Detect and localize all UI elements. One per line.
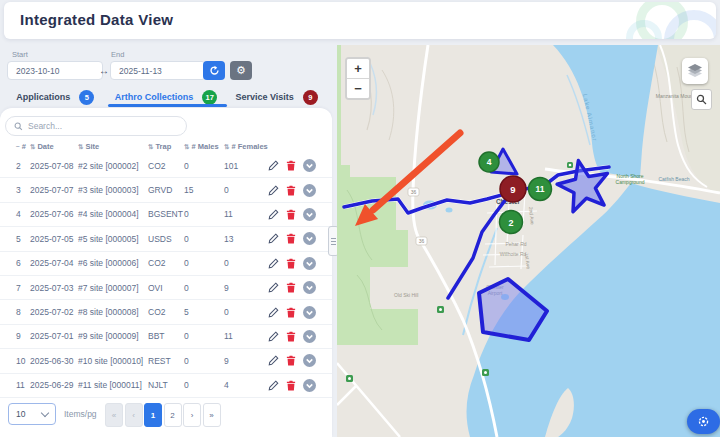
expand-icon[interactable] xyxy=(303,184,316,197)
edit-icon[interactable] xyxy=(268,380,279,391)
edit-icon[interactable] xyxy=(268,258,279,269)
delete-icon[interactable] xyxy=(286,282,296,293)
marker-cluster-11[interactable]: 11 xyxy=(529,178,552,201)
column-header-num[interactable]: −# xyxy=(16,142,30,151)
edit-icon[interactable] xyxy=(268,160,279,171)
cell-males: 0 xyxy=(184,209,224,219)
column-header-females[interactable]: ⇅# Females xyxy=(224,142,268,151)
marker-cluster-2[interactable]: 2 xyxy=(500,211,523,234)
delete-icon[interactable] xyxy=(286,307,296,318)
svg-text:36: 36 xyxy=(411,189,417,195)
delete-icon[interactable] xyxy=(286,185,296,196)
page-size-value: 10 xyxy=(16,409,25,419)
cell-date: 2025-07-07 xyxy=(30,185,78,195)
cell-females: 13 xyxy=(224,234,268,244)
cell-num: 11 xyxy=(16,380,30,390)
edit-icon[interactable] xyxy=(268,307,279,318)
delete-icon[interactable] xyxy=(286,209,296,220)
map-search-button[interactable] xyxy=(691,89,712,110)
date-range-arrow-icon: ↔ xyxy=(99,65,109,76)
edit-icon[interactable] xyxy=(268,282,279,293)
cell-females: 9 xyxy=(224,283,268,293)
cell-site: #6 site [000006] xyxy=(78,258,148,268)
edit-icon[interactable] xyxy=(268,331,279,342)
table-row: 92025-07-01#9 site [000009]BBT011 xyxy=(0,325,332,349)
column-header-trap[interactable]: ⇅Trap xyxy=(148,142,184,151)
start-date-input[interactable]: 2023-10-10 xyxy=(7,61,103,80)
delete-icon[interactable] xyxy=(286,355,296,366)
delete-icon[interactable] xyxy=(286,380,296,391)
marker-cluster-4[interactable]: 4 xyxy=(479,152,499,172)
cell-site: #4 site [000004] xyxy=(78,209,148,219)
column-header-site[interactable]: ⇅Site xyxy=(78,142,148,151)
expand-icon[interactable] xyxy=(303,281,316,294)
count-badge: 17 xyxy=(202,90,217,105)
start-date-label: Start xyxy=(12,50,28,59)
expand-icon[interactable] xyxy=(303,330,316,343)
cell-date: 2025-06-30 xyxy=(30,356,78,366)
tab-applications[interactable]: Applications 5 xyxy=(0,86,111,108)
table-row: 112025-06-29#11 site [000011]NJLT04 xyxy=(0,374,332,398)
table-row: 82025-07-02#8 site [000008]CO250 xyxy=(0,300,332,324)
next-page-button[interactable]: › xyxy=(183,403,201,427)
settings-button[interactable]: ⚙ xyxy=(230,61,252,80)
first-page-button[interactable]: « xyxy=(105,403,123,427)
map-panel[interactable]: 36 36 Chester Lake Almanor North Shore C… xyxy=(337,45,720,437)
edit-icon[interactable] xyxy=(268,185,279,196)
cell-site: #7 site [000007] xyxy=(78,283,148,293)
delete-icon[interactable] xyxy=(286,258,296,269)
search-icon xyxy=(696,94,707,105)
column-header-males[interactable]: ⇅# Males xyxy=(184,142,224,151)
refresh-button[interactable] xyxy=(203,61,225,80)
edit-icon[interactable] xyxy=(268,233,279,244)
cell-females: 0 xyxy=(224,307,268,317)
cell-date: 2025-07-06 xyxy=(30,209,78,219)
pagination: « ‹ 1 2 › » xyxy=(105,403,221,427)
cell-num: 5 xyxy=(16,234,30,244)
locate-button[interactable] xyxy=(687,409,720,434)
app-header: Integrated Data View xyxy=(4,2,716,39)
expand-icon[interactable] xyxy=(303,232,316,245)
items-per-page-label: Items/pg xyxy=(64,409,97,419)
expand-icon[interactable] xyxy=(303,257,316,270)
delete-icon[interactable] xyxy=(286,233,296,244)
delete-icon[interactable] xyxy=(286,160,296,171)
map-canvas[interactable]: 36 36 Chester Lake Almanor North Shore C… xyxy=(337,45,720,437)
expand-icon[interactable] xyxy=(303,379,316,392)
marker-cluster-9[interactable]: 9 xyxy=(500,176,526,202)
search-input[interactable]: Search... xyxy=(5,116,187,136)
edit-icon[interactable] xyxy=(268,355,279,366)
cell-males: 0 xyxy=(184,234,224,244)
cell-num: 2 xyxy=(16,161,30,171)
zoom-in-button[interactable]: + xyxy=(347,59,369,79)
zoom-out-button[interactable]: − xyxy=(347,79,369,98)
edit-icon[interactable] xyxy=(268,209,279,220)
refresh-icon xyxy=(209,65,220,76)
layers-button[interactable] xyxy=(682,58,708,84)
page-2-button[interactable]: 2 xyxy=(164,403,182,427)
end-date-label: End xyxy=(111,50,124,59)
expand-icon[interactable] xyxy=(303,159,316,172)
cell-trap: OVI xyxy=(148,283,184,293)
cell-females: 4 xyxy=(224,380,268,390)
expand-icon[interactable] xyxy=(303,306,316,319)
cell-trap: CO2 xyxy=(148,258,184,268)
end-date-input[interactable]: 2025-11-13 xyxy=(110,61,206,80)
locate-icon xyxy=(697,415,710,428)
expand-icon[interactable] xyxy=(303,354,316,367)
prev-page-button[interactable]: ‹ xyxy=(125,403,143,427)
cell-females: 11 xyxy=(224,331,268,341)
cell-site: #11 site [000011] xyxy=(78,380,148,390)
tab-service-visits[interactable]: Service Visits 9 xyxy=(221,86,332,108)
column-header-date[interactable]: ⇅Date xyxy=(30,142,78,151)
delete-icon[interactable] xyxy=(286,331,296,342)
cell-trap: BGSENT xyxy=(148,209,184,219)
table-body: 22025-07-08#2 site [000002]CO20101 32025… xyxy=(0,154,332,398)
page-size-select[interactable]: 10 xyxy=(8,403,56,425)
cell-site: #9 site [000009] xyxy=(78,331,148,341)
last-page-button[interactable]: » xyxy=(203,403,221,427)
page-1-button[interactable]: 1 xyxy=(144,403,162,427)
cell-males: 0 xyxy=(184,283,224,293)
expand-icon[interactable] xyxy=(303,208,316,221)
cell-trap: USDS xyxy=(148,234,184,244)
